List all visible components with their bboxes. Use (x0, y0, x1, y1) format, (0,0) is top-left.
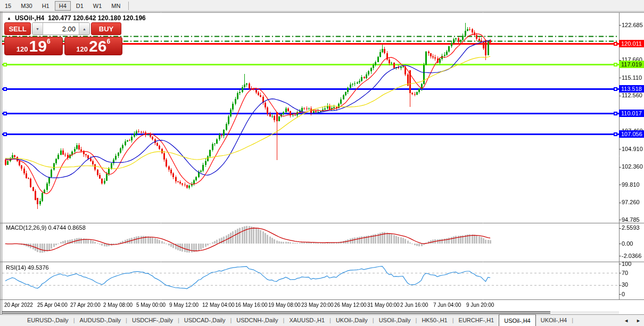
price-axis-tick: 99.810 (622, 181, 640, 188)
rsi-axis-tick: 70 (622, 270, 628, 276)
time-axis-label: 9 May 12:00 (169, 302, 199, 308)
price-axis-tick: 94.785 (622, 216, 640, 223)
price-axis-tick: 97.260 (622, 199, 640, 205)
buy-button[interactable]: BUY (91, 22, 121, 35)
buy-price-main: 26 (89, 39, 106, 53)
chart-tab-hk50h1[interactable]: HK50-,H1 (417, 315, 452, 326)
sell-price-pip: 6 (47, 38, 51, 45)
sell-price-main: 19 (29, 39, 47, 53)
volume-stepper: ▼ ▲ (32, 22, 90, 35)
chart-tab-usoildaily[interactable]: USOil-,Daily (374, 315, 416, 326)
scrollbar-thumb[interactable] (2, 311, 550, 314)
sell-price-display[interactable]: 120 19 6 (4, 37, 63, 55)
tab-scroll-left-icon[interactable]: ◄ (624, 318, 629, 323)
time-axis-label: 23 May 20:00 (301, 302, 334, 308)
time-axis-label: 9 Jun 20:00 (466, 302, 494, 308)
time-axis-label: 2 May 08:00 (103, 302, 133, 308)
price-axis-tick: 115.110 (622, 74, 642, 81)
time-axis-label: 2 Jun 16:00 (400, 302, 428, 308)
period-button-mn[interactable]: MN (107, 1, 125, 11)
price-line-badge: 117.019 (619, 61, 644, 68)
time-axis-label: 27 Apr 20:00 (70, 302, 101, 308)
chart-tab-xauusdh1[interactable]: XAUUSD-,H1 (284, 315, 329, 326)
timeframe-toolbar: 15M30H1H4D1W1MN (0, 0, 644, 12)
time-axis-label: 19 May 08:00 (268, 302, 301, 308)
chart-tab-eurchfh1[interactable]: EURCHF-,H1 (454, 315, 499, 326)
chart-tab-usdcnhdaily[interactable]: USDCNH-,Daily (232, 315, 283, 326)
macd-indicator-label: MACD(12,26,9) 0.4744 0.8658 (6, 224, 86, 231)
volume-input[interactable] (43, 23, 79, 35)
price-axis-tick: 102.360 (622, 163, 643, 170)
sell-price-prefix: 120 (16, 45, 28, 53)
price-axis-tick: 104.910 (622, 146, 643, 152)
chart-tabs-bar: EURUSD-,Daily|AUDUSD-,Daily|USDCHF-,Dail… (0, 314, 644, 326)
buy-price-prefix: 120 (76, 45, 88, 53)
time-axis-label: 7 Jun 04:00 (433, 302, 461, 308)
time-axis-label: 20 Apr 2022 (4, 302, 33, 308)
sell-button[interactable]: SELL (4, 22, 31, 35)
macd-axis-tick: 0.00 (622, 240, 633, 247)
price-axis-tick: 112.560 (622, 92, 642, 98)
price-line-badge: 120.011 (619, 40, 644, 47)
time-axis-label: 31 May 00:00 (367, 302, 400, 308)
time-axis-label: 25 Apr 04:00 (37, 302, 68, 308)
time-axis-label: 5 May 00:00 (136, 302, 166, 308)
time-axis-label: 26 May 12:00 (334, 302, 367, 308)
chart-ohlc-values: 120.477 120.642 120.180 120.196 (48, 14, 146, 22)
one-click-trading-panel: SELL ▼ ▲ BUY 120 19 6 120 26 6 (4, 22, 122, 55)
toolbar-separator (128, 2, 129, 10)
chart-tab-ukoildaily[interactable]: UKOil-,Daily (331, 315, 373, 326)
tab-divider: | (572, 315, 573, 326)
chart-tab-usdchfdaily[interactable]: USDCHF-,Daily (127, 315, 178, 326)
rsi-axis-tick: 30 (622, 281, 628, 288)
chart-symbol-label: USOil-,H4 (15, 14, 44, 22)
tabbar-lead-space (0, 315, 22, 326)
volume-increase-button[interactable]: ▲ (79, 23, 89, 35)
mt4-window: 15M30H1H4D1W1MN ▲ USOil-,H4 120.477 120.… (0, 0, 644, 326)
macd-axis-tick: 2.5593 (622, 224, 640, 231)
price-line-badge: 110.017 (619, 110, 644, 117)
chart-tab-ukoilh4[interactable]: UKOil-,H4 (536, 315, 572, 326)
price-line-badge: 107.056 (619, 130, 644, 138)
time-axis-label: 16 May 16:00 (235, 302, 268, 308)
buy-price-pip: 6 (106, 38, 110, 45)
chart-tab-usoilh4[interactable]: USOil-,H4 (499, 314, 536, 326)
volume-decrease-button[interactable]: ▼ (32, 23, 43, 35)
chart-title: ▲ USOil-,H4 120.477 120.642 120.180 120.… (7, 14, 146, 22)
price-line-badge: 113.518 (619, 85, 644, 93)
period-button-w1[interactable]: W1 (89, 1, 106, 11)
buy-price-display[interactable]: 120 26 6 (64, 37, 123, 55)
period-button-15[interactable]: 15 (1, 1, 15, 11)
price-axis-tick: 122.685 (622, 22, 643, 28)
chart-tab-audusddaily[interactable]: AUDUSD-,Daily (75, 315, 126, 326)
rsi-axis-tick: 100 (622, 261, 631, 267)
chart-tab-eurusddaily[interactable]: EURUSD-,Daily (22, 315, 73, 326)
chart-horizontal-scrollbar[interactable] (2, 311, 619, 314)
rsi-indicator-label: RSI(14) 49.5376 (6, 264, 49, 271)
chart-tab-usdcaddaily[interactable]: USDCAD-,Daily (179, 315, 230, 326)
macd-axis-tick: -2.0366 (622, 253, 641, 259)
period-button-d1[interactable]: D1 (72, 1, 88, 11)
tab-scroll-right-icon[interactable]: ► (636, 318, 641, 323)
period-button-h1[interactable]: H1 (38, 1, 54, 11)
period-button-h4[interactable]: H4 (55, 1, 71, 11)
time-axis-label: 12 May 04:00 (202, 302, 235, 308)
tab-scroll-buttons: ◄ ► (624, 315, 641, 326)
rsi-axis-tick: 0 (622, 291, 625, 297)
collapse-triangle-icon: ▲ (7, 16, 11, 21)
period-button-m30[interactable]: M30 (16, 1, 36, 11)
price-axis[interactable]: 122.685117.660115.110112.560107.460104.9… (619, 0, 644, 326)
